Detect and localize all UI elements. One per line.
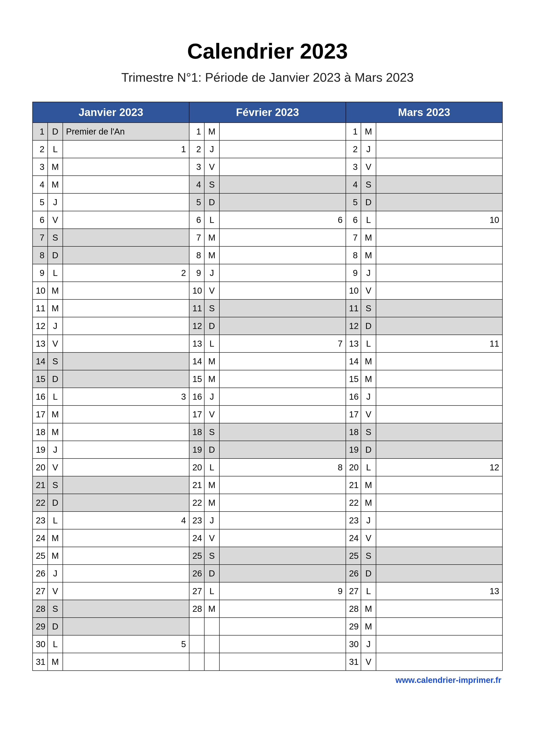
day-note [63,423,189,441]
day-of-week: S [361,423,376,441]
day-of-week: D [204,317,219,335]
day-of-week: S [361,176,376,193]
day-note [219,529,346,547]
day-of-week: L [48,140,63,158]
calendar-row: 20V20L820L12 [33,459,502,476]
day-of-week: M [48,299,63,317]
day-note [219,193,346,211]
day-of-week: M [204,370,219,388]
day-number: 22 [189,494,204,512]
day-note [219,299,346,317]
day-of-week: M [361,123,376,140]
day-of-week: S [361,299,376,317]
day-note: Premier de l'An [63,123,189,140]
day-number: 1 [189,123,204,140]
day-of-week: M [204,123,219,140]
day-note: 10 [376,211,502,229]
day-of-week: L [361,459,376,476]
calendar-row: 13V13L713L11 [33,335,502,352]
day-note [376,600,502,618]
day-number: 20 [33,459,48,476]
day-of-week: V [361,282,376,299]
day-number: 2 [189,140,204,158]
week-number: 5 [181,639,186,649]
calendar-row: 16L316J16J [33,388,502,405]
calendar-row: 27V27L927L13 [33,582,502,600]
day-note [219,635,346,653]
day-of-week: D [204,193,219,211]
day-of-week: V [48,459,63,476]
day-of-week: M [204,600,219,618]
day-note [376,370,502,388]
day-of-week: L [204,335,219,352]
day-note [63,246,189,264]
day-of-week: S [48,476,63,494]
day-of-week: L [204,211,219,229]
day-number: 20 [346,459,361,476]
day-note [63,600,189,618]
day-number: 10 [33,282,48,299]
day-number: 17 [346,405,361,423]
day-note [376,565,502,582]
day-number: 20 [189,459,204,476]
day-note: 3 [63,388,189,405]
day-number: 6 [346,211,361,229]
day-of-week: V [204,529,219,547]
day-number: 24 [346,529,361,547]
day-number: 9 [33,264,48,282]
day-note [376,158,502,176]
day-note [376,352,502,370]
day-note: 7 [219,335,346,352]
calendar-row: 21S21M21M [33,476,502,494]
page-title: Calendrier 2023 [32,39,503,64]
day-number: 26 [189,565,204,582]
day-note [63,282,189,299]
calendar-row: 15D15M15M [33,370,502,388]
day-number: 27 [189,582,204,600]
day-of-week: J [204,140,219,158]
day-note [63,370,189,388]
day-number: 25 [189,547,204,565]
day-note: 13 [376,582,502,600]
day-number: 16 [346,388,361,405]
day-note: 2 [63,264,189,282]
day-of-week: M [361,618,376,635]
calendar-row: 23L423J23J [33,512,502,529]
day-of-week: D [48,246,63,264]
day-number: 27 [33,582,48,600]
calendar-row: 11M11S11S [33,299,502,317]
calendar-row: 25M25S25S [33,547,502,565]
day-of-week: J [361,388,376,405]
calendar-row: 17M17V17V [33,405,502,423]
calendar-row: 14S14M14M [33,352,502,370]
day-number: 7 [33,229,48,246]
day-of-week: M [48,653,63,671]
day-number: 12 [346,317,361,335]
day-number: 11 [33,299,48,317]
day-number: 19 [33,441,48,459]
calendar-row: 30L530J [33,635,502,653]
day-of-week: L [204,459,219,476]
day-note [219,264,346,282]
day-of-week: V [48,211,63,229]
day-of-week: V [361,529,376,547]
day-of-week: J [204,264,219,282]
day-of-week: D [361,317,376,335]
day-number: 8 [189,246,204,264]
footer-link: www.calendrier-imprimer.fr [32,676,503,685]
day-note [219,317,346,335]
day-number: 5 [189,193,204,211]
day-of-week: L [361,335,376,352]
day-number: 21 [346,476,361,494]
day-note [376,529,502,547]
day-of-week: S [204,176,219,193]
calendar-row: 18M18S18S [33,423,502,441]
day-note [63,211,189,229]
day-of-week: J [204,388,219,405]
day-of-week: M [48,158,63,176]
day-note [219,123,346,140]
day-note [63,335,189,352]
day-of-week: V [361,653,376,671]
week-number: 11 [490,339,499,349]
day-of-week: D [48,618,63,635]
